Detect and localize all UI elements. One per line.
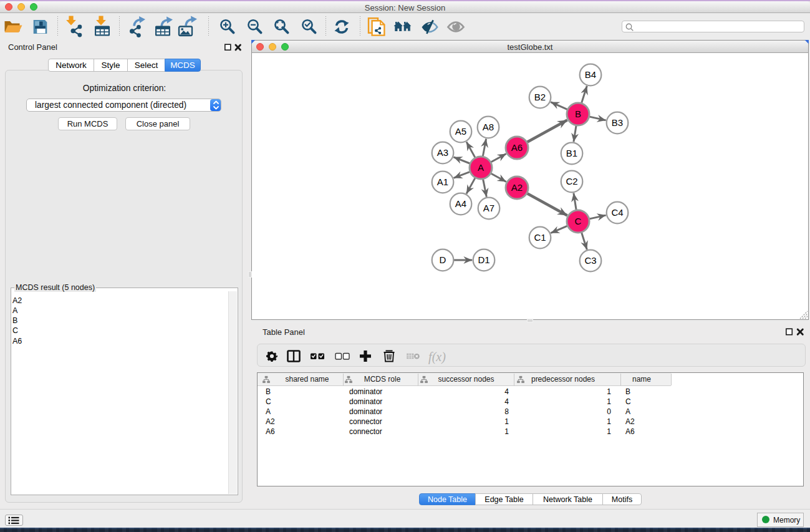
svg-text:B: B — [575, 109, 581, 119]
svg-text:B4: B4 — [585, 69, 596, 80]
svg-text:C1: C1 — [534, 232, 546, 243]
svg-text:A: A — [478, 162, 484, 173]
svg-text:A4: A4 — [455, 198, 466, 209]
svg-text:A3: A3 — [437, 147, 448, 158]
svg-text:C2: C2 — [566, 176, 577, 186]
svg-text:A7: A7 — [483, 203, 494, 213]
svg-text:C: C — [575, 216, 582, 226]
svg-text:A8: A8 — [483, 122, 494, 132]
svg-text:B3: B3 — [612, 117, 623, 128]
svg-text:D: D — [440, 254, 446, 265]
svg-text:f(x): f(x) — [428, 350, 446, 364]
svg-text:C3: C3 — [584, 255, 596, 266]
svg-text:A2: A2 — [511, 182, 523, 193]
svg-text:A1: A1 — [437, 177, 448, 187]
svg-text:C4: C4 — [611, 207, 623, 218]
svg-text:B1: B1 — [566, 148, 577, 158]
svg-text:B2: B2 — [534, 92, 546, 102]
svg-text:A6: A6 — [511, 142, 523, 153]
svg-text:D1: D1 — [478, 254, 489, 265]
svg-text:A5: A5 — [455, 126, 466, 137]
